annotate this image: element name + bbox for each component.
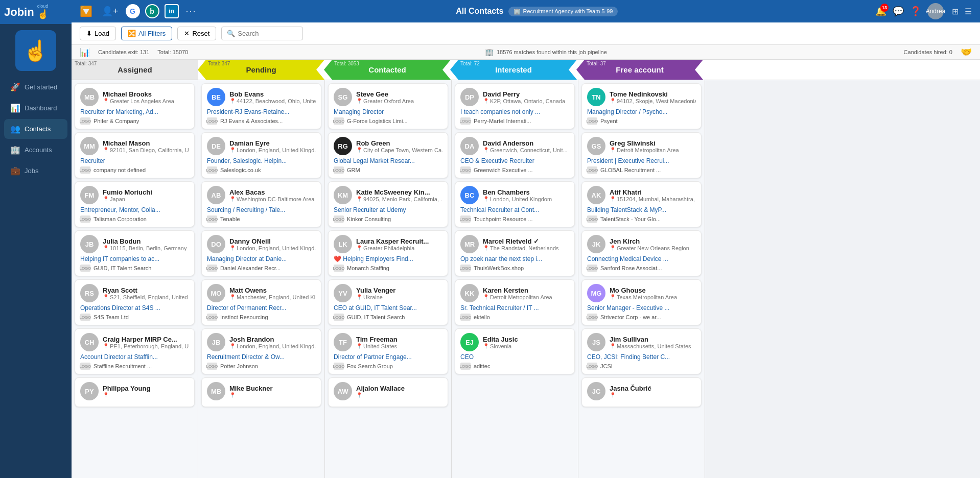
sidebar-item-get-started[interactable]: 🚀 Get started	[4, 77, 67, 97]
contact-location: 📍London, England, United Kingd...	[229, 343, 316, 349]
bing-icon[interactable]: b	[145, 4, 159, 18]
company-logo: LOGO	[460, 216, 471, 223]
col-header-assigned: Total: 347 Assigned	[72, 60, 198, 80]
more-options-icon[interactable]: ···	[184, 4, 199, 19]
contact-location: 📍United States	[356, 343, 442, 349]
contact-company: LOGO GLOBAL Recruitment ...	[587, 166, 696, 174]
table-row[interactable]: YV Yulia Venger 📍Ukraine CEO at GUID, IT…	[328, 279, 448, 325]
contact-name: Craig Harper MIRP Ce...	[103, 336, 189, 343]
contact-name: Marcel Rietveld ✓	[483, 237, 569, 245]
contact-location: 📍	[103, 392, 189, 398]
table-row[interactable]: CH Craig Harper MIRP Ce... 📍PE1, Peterbo…	[75, 328, 195, 374]
company-name: GLOBAL Recruitment ...	[600, 167, 661, 173]
contact-name: Fumio Moriuchi	[103, 188, 189, 196]
table-row[interactable]: RS Ryan Scott 📍S21, Sheffield, England, …	[75, 279, 195, 325]
table-row[interactable]: AW Aijalon Wallace 📍	[328, 377, 448, 407]
pipeline-icon: 🏢	[485, 48, 494, 56]
sidebar-item-jobs[interactable]: 💼 Jobs	[4, 161, 67, 181]
table-row[interactable]: TN Tome Nedinkovski 📍94102, Skopje, West…	[581, 83, 702, 129]
table-row[interactable]: DO Danny ONeill 📍London, England, United…	[201, 230, 321, 276]
sidebar-item-label-dashboard: Dashboard	[25, 104, 57, 112]
table-row[interactable]: DP David Perry 📍K2P, Ottawa, Ontario, Ca…	[455, 83, 575, 129]
table-row[interactable]: MG Mo Ghouse 📍Texas Metropolitan Area Se…	[581, 279, 702, 325]
company-logo: LOGO	[334, 166, 344, 174]
all-filters-button[interactable]: 🔀 All Filters	[121, 27, 172, 40]
free-label: Free account	[616, 65, 663, 74]
contact-title: Connecting Medical Device ...	[587, 255, 696, 262]
list-view-btn[interactable]: ☰	[963, 5, 974, 18]
table-row[interactable]: DA David Anderson 📍Greenwich, Connecticu…	[455, 132, 575, 178]
grid-view-btn[interactable]: ⊞	[950, 5, 961, 18]
contact-location: 📍London, England, United Kingd...	[229, 147, 316, 153]
contact-company: LOGO Monarch Staffing	[334, 265, 442, 272]
table-row[interactable]: KK Karen Kersten 📍Detroit Metropolitan A…	[455, 279, 575, 325]
contact-location: 📍Washington DC-Baltimore Area	[229, 196, 316, 202]
table-row[interactable]: DE Damian Eyre 📍London, England, United …	[201, 132, 321, 178]
contact-name: Josh Brandon	[229, 336, 316, 343]
view-toggle: ⊞ ☰	[950, 5, 974, 18]
company-name: GUID, IT Talent Search	[347, 314, 405, 320]
table-row[interactable]: MB Michael Brooks 📍Greater Los Angeles A…	[75, 83, 195, 129]
table-row[interactable]: JB Josh Brandon 📍London, England, United…	[201, 328, 321, 374]
table-row[interactable]: TF Tim Freeman 📍United States Director o…	[328, 328, 448, 374]
chat-icon[interactable]: 💬	[893, 6, 904, 17]
help-icon[interactable]: ❓	[910, 6, 921, 17]
table-row[interactable]: JB Julia Bodun 📍10115, Berlin, Berlin, G…	[75, 230, 195, 276]
handshake-icon[interactable]: 🤝	[961, 46, 972, 58]
contact-company: LOGO S4S Team Ltd	[80, 314, 189, 321]
contact-company: LOGO GRM	[334, 166, 442, 174]
add-contact-icon[interactable]: 👤+	[100, 4, 121, 19]
table-row[interactable]: PY Philippa Young 📍	[75, 377, 195, 407]
table-row[interactable]: EJ Edita Jusic 📍Slovenia CEO LOGO aditte…	[455, 328, 575, 374]
table-row[interactable]: MR Marcel Rietveld ✓ 📍The Randstad, Neth…	[455, 230, 575, 276]
table-row[interactable]: FM Fumio Moriuchi 📍Japan Entrepreneur, M…	[75, 181, 195, 227]
left-side-chart-icon[interactable]: 📊	[80, 47, 90, 57]
reset-button[interactable]: ✕ Reset	[177, 27, 216, 40]
table-row[interactable]: MM Michael Mason 📍92101, San Diego, Cali…	[75, 132, 195, 178]
reset-label: Reset	[192, 30, 209, 37]
avatar[interactable]: Andrea	[927, 3, 944, 19]
table-row[interactable]: BE Bob Evans 📍44122, Beachwood, Ohio, Un…	[201, 83, 321, 129]
table-row[interactable]: GS Greg Sliwinski 📍Detroit Metropolitan …	[581, 132, 702, 178]
contact-company: LOGO Fox Search Group	[334, 363, 442, 370]
company-logo: LOGO	[460, 314, 471, 321]
table-row[interactable]: BC Ben Chambers 📍London, United Kingdom …	[455, 181, 575, 227]
contact-company: LOGO Saleslogic.co.uk	[207, 166, 316, 174]
google-icon[interactable]: G	[126, 4, 140, 18]
table-row[interactable]: JS Jim Sullivan 📍Massachusetts, United S…	[581, 328, 702, 374]
contact-location: 📍Detroit Metropolitan Area	[610, 147, 696, 153]
get-started-icon: 🚀	[10, 82, 20, 92]
table-row[interactable]: AK Atif Khatri 📍151204, Mumbai, Maharash…	[581, 181, 702, 227]
table-row[interactable]: AB Alex Bacas 📍Washington DC-Baltimore A…	[201, 181, 321, 227]
table-row[interactable]: RG Rob Green 📍City of Cape Town, Western…	[328, 132, 448, 178]
sidebar-item-accounts[interactable]: 🏢 Accounts	[4, 140, 67, 160]
contact-title: CEO	[460, 353, 569, 361]
table-row[interactable]: MO Matt Owens 📍Manchester, England, Unit…	[201, 279, 321, 325]
company-badge: 🏢 Recruitment Agency with Team 5-99	[508, 7, 618, 16]
company-logo: LOGO	[587, 363, 597, 370]
table-row[interactable]: SG Steve Gee 📍Greater Oxford Area Managi…	[328, 83, 448, 129]
notifications-icon[interactable]: 🔔 13	[875, 6, 886, 17]
table-row[interactable]: MB Mike Buckner 📍	[201, 377, 321, 407]
contact-location: 📍K2P, Ottawa, Ontario, Canada	[483, 98, 569, 104]
contact-title: Entrepreneur, Mentor, Colla...	[80, 206, 189, 213]
sidebar-item-contacts[interactable]: 👥 Contacts	[4, 119, 67, 139]
linkedin-icon[interactable]: in	[165, 4, 179, 18]
page-title: All Contacts	[456, 7, 503, 16]
matches-info: 🏢 18576 matches found within this job pi…	[196, 48, 895, 56]
sidebar-item-dashboard[interactable]: 📊 Dashboard	[4, 98, 67, 118]
table-row[interactable]: JC Jasna Čubrić 📍	[581, 377, 702, 407]
table-row[interactable]: KM Katie McSweeney Kin... 📍94025, Menlo …	[328, 181, 448, 227]
table-row[interactable]: LK Laura Kasper Recruit... 📍Greater Phil…	[328, 230, 448, 276]
table-row[interactable]: JK Jen Kirch 📍Greater New Orleans Region…	[581, 230, 702, 276]
contact-company: LOGO GUID, IT Talent Search	[334, 314, 442, 321]
contact-company: LOGO Greenwich Executive ...	[460, 166, 569, 174]
kanban-board: MB Michael Brooks 📍Greater Los Angeles A…	[72, 80, 980, 478]
company-logo: LOGO	[334, 216, 344, 223]
search-input[interactable]	[238, 30, 294, 37]
filter-layers-icon[interactable]: 🔽	[78, 3, 95, 19]
search-box[interactable]: 🔍	[221, 27, 303, 40]
contact-name: Philippa Young	[103, 385, 189, 392]
load-button[interactable]: ⬇ Load	[80, 27, 116, 40]
contact-title: Managing Director / Psycho...	[587, 108, 696, 115]
